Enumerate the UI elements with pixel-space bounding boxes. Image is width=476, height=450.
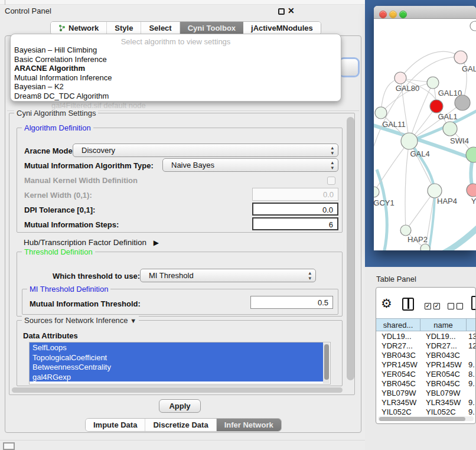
tab-discretize-data[interactable]: Discretize Data xyxy=(145,419,216,431)
tab-impute-data[interactable]: Impute Data xyxy=(86,419,145,431)
network-edge xyxy=(405,141,409,230)
dropdown-item[interactable]: ARACNE Algorithm xyxy=(14,64,337,73)
hub-factor-expander[interactable]: Hub/Transcription Factor Definition ▶ xyxy=(24,238,159,247)
mi-threshold-field[interactable]: 0.5 xyxy=(250,296,333,309)
which-threshold-label: Which threshold to use: xyxy=(53,272,140,281)
node-label: Y xyxy=(471,197,476,206)
dropdown-item[interactable]: Mutual Information Inference xyxy=(14,73,337,83)
table-cell: YER054C xyxy=(420,369,467,379)
dropdown-item[interactable]: Bayesian – K2 xyxy=(14,82,337,92)
network-node[interactable] xyxy=(420,244,430,250)
stepper-arrows-icon: ▴▾ xyxy=(331,160,334,171)
table-row[interactable]: YPR145WYPR145W9. xyxy=(376,360,476,369)
tab-cyni-toolbox[interactable]: Cyni Toolbox xyxy=(180,22,243,34)
attribute-item-selected[interactable]: BetweennessCentrality xyxy=(30,362,323,372)
network-node-hap4[interactable] xyxy=(428,184,442,198)
table-row[interactable]: YIL052CYIL052C9. xyxy=(376,407,476,415)
node-label: HAP2 xyxy=(407,235,428,244)
divider xyxy=(0,440,365,441)
mi-threshold-group-title: MI Threshold Definition xyxy=(27,285,110,294)
checked-box-icon[interactable]: ✓ xyxy=(433,303,440,309)
data-attributes-list[interactable]: SelfLoopsTopologicalCoefficientBetweenne… xyxy=(29,342,331,384)
table-panel-title: Table Panel xyxy=(376,275,416,283)
node-label: HAP4 xyxy=(437,197,457,206)
network-node-gal11[interactable] xyxy=(375,107,387,119)
network-canvas[interactable]: GALGAL80GAL10GAL1GAL11SWI4GAL4GCY1HAP4YH… xyxy=(374,19,476,250)
minimize-traffic-icon[interactable] xyxy=(389,11,397,18)
attribute-item-selected[interactable]: TopologicalCoefficient xyxy=(30,353,323,363)
table-cell xyxy=(467,388,476,397)
table-cell: YPR145W xyxy=(420,360,467,369)
network-node-gal4[interactable] xyxy=(401,133,418,149)
tab-select[interactable]: Select xyxy=(141,22,180,34)
control-panel-titlebar: Control Panel ✕ xyxy=(0,0,365,19)
kernel-width-field[interactable]: 0.0 xyxy=(252,188,338,201)
sources-group-title[interactable]: Sources for Network Inference ▼ xyxy=(22,316,139,325)
column-header[interactable]: name xyxy=(420,318,467,331)
network-view-window[interactable]: GALGAL80GAL10GAL1GAL11SWI4GAL4GCY1HAP4YH… xyxy=(374,6,476,250)
network-node-gal1[interactable] xyxy=(430,100,443,113)
table-row[interactable]: YBL079WYBL079W xyxy=(376,388,476,397)
table-row[interactable]: YER054CYER054C8. xyxy=(376,369,476,379)
tab-jactivemnodules[interactable]: jActiveMNodules xyxy=(243,22,321,34)
zoom-traffic-icon[interactable] xyxy=(399,11,407,18)
mi-threshold-label: Mutual Information Threshold: xyxy=(30,299,141,308)
table-cell: YBR043C xyxy=(420,350,467,360)
network-node-gal80[interactable] xyxy=(395,72,406,84)
network-window-titlebar[interactable] xyxy=(374,6,476,19)
attribute-item-selected[interactable]: SelfLoops xyxy=(30,343,323,353)
mi-type-select[interactable]: Naive Bayes ▴▾ xyxy=(162,158,338,172)
settings-vertical-scrollbar[interactable] xyxy=(347,117,354,380)
hidden-combo-fragment[interactable] xyxy=(340,59,358,76)
close-traffic-icon[interactable] xyxy=(379,11,387,18)
network-node-gal[interactable] xyxy=(454,51,467,64)
network-node-gal10[interactable] xyxy=(427,77,439,89)
network-node-hap2[interactable] xyxy=(400,225,411,236)
table-row[interactable]: YBR045CYBR045C9. xyxy=(376,379,476,388)
column-header[interactable]: shared... xyxy=(376,318,420,331)
screen: Control Panel ✕ NetworkStyleSelectCyni T… xyxy=(0,0,476,450)
network-node-gcy1[interactable] xyxy=(374,187,379,197)
tab-style[interactable]: Style xyxy=(107,22,141,34)
dpi-tolerance-field[interactable]: 0.0 xyxy=(252,203,338,216)
network-node[interactable] xyxy=(455,95,470,110)
network-node-y[interactable] xyxy=(467,184,476,197)
network-node-swi4[interactable] xyxy=(443,122,457,136)
column-header[interactable]: A xyxy=(467,318,476,331)
network-edge xyxy=(428,191,435,250)
settings-horizontal-scrollbar[interactable] xyxy=(12,387,343,393)
table-row[interactable]: YLR345WYLR345W9. xyxy=(376,397,476,407)
float-window-icon[interactable] xyxy=(278,8,285,15)
table-header-row[interactable]: shared...nameA xyxy=(376,318,476,331)
tab-network[interactable]: Network xyxy=(51,22,107,34)
table-row[interactable]: YDR27...YDR27...12 xyxy=(376,341,476,350)
network-node[interactable] xyxy=(466,147,476,162)
bottom-tabbar: Impute DataDiscretize DataInfer Network xyxy=(85,418,282,432)
aracne-mode-select[interactable]: Discovery ▴▾ xyxy=(73,144,338,157)
table-row[interactable]: YBR043CYBR043C xyxy=(376,350,476,360)
attribute-item-selected[interactable]: gal4RGexp xyxy=(30,372,323,382)
gear-icon[interactable]: ⚙ xyxy=(381,296,392,311)
tab-infer-network[interactable]: Infer Network xyxy=(217,419,281,431)
dropdown-item[interactable]: Dream8 DC_TDC Algorithm xyxy=(14,92,337,101)
dropdown-item[interactable]: Basic Correlation Inference xyxy=(14,55,337,64)
document-icon[interactable] xyxy=(471,296,476,310)
table-rows[interactable]: YDL19...YDL19...13YDR27...YDR27...12YBR0… xyxy=(376,331,476,415)
dropdown-item[interactable]: Bayesian – Hill Climbing xyxy=(14,45,337,55)
node-label: GAL11 xyxy=(382,120,406,129)
minimized-panel-icon[interactable] xyxy=(3,442,15,450)
unchecked-box-icon[interactable] xyxy=(448,303,454,309)
tab-label: Style xyxy=(115,24,133,32)
split-columns-icon[interactable] xyxy=(402,298,414,311)
close-icon[interactable]: ✕ xyxy=(288,6,295,15)
unchecked-box-icon[interactable] xyxy=(457,303,463,309)
mi-steps-field[interactable]: 6 xyxy=(252,217,338,230)
attributes-scrollbar[interactable] xyxy=(323,343,330,383)
table-row[interactable]: YDL19...YDL19...13 xyxy=(376,331,476,341)
which-threshold-select[interactable]: MI Threshold ▴▾ xyxy=(140,269,316,282)
manual-kernel-checkbox[interactable] xyxy=(327,177,335,185)
checked-box-icon[interactable]: ✓ xyxy=(425,303,431,309)
table-horizontal-scrollbar[interactable] xyxy=(378,416,474,421)
apply-button[interactable]: Apply xyxy=(159,399,201,413)
network-node[interactable] xyxy=(470,21,476,31)
